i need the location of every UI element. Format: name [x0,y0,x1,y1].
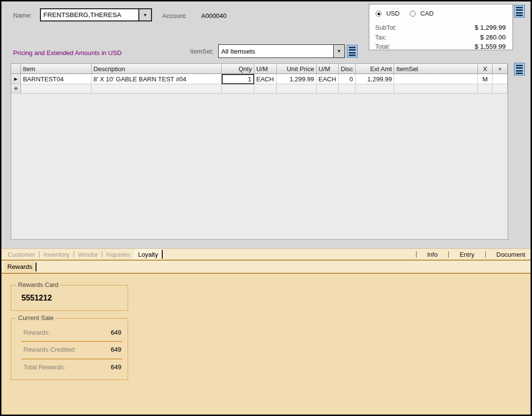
tab-divider [36,263,37,271]
currency-usd-label: USD [386,10,399,17]
radio-selected-icon[interactable] [376,11,381,17]
currency-cad-label: CAD [420,10,434,17]
tax-value: $ 260.00 [480,34,506,41]
current-sale-groupbox: Current Sale Rewards: 649 Rewards Credit… [11,318,128,380]
empty-cell[interactable] [92,84,222,94]
menu-lines-icon [516,7,523,16]
cell-item[interactable]: BARNTEST04 [21,74,92,84]
current-row-indicator[interactable]: ▶ [11,74,21,84]
empty-cell[interactable] [394,84,478,94]
rewards-credited-value: 649 [111,346,121,353]
cell-ext-amt[interactable]: 1,299.99 [356,74,395,84]
subtotal-value: $ 1,299.99 [475,24,506,31]
divider [21,359,122,359]
rewards-credited-label: Rewards Credited: [23,346,76,353]
rewards-card-legend: Rewards Card [16,281,60,288]
cell-itemset[interactable] [394,74,478,84]
rewards-credited-row: Rewards Credited: 649 [23,346,121,354]
col-header-disc[interactable]: Disc [339,63,356,74]
col-header-um1[interactable]: U/M [254,63,277,74]
right-tabs: Info Entry Document [416,249,532,260]
grid-new-row[interactable]: ✳ [11,84,508,94]
rewards-value: 649 [111,329,121,336]
current-sale-legend: Current Sale [16,314,56,321]
empty-cell[interactable] [339,84,356,94]
divider [21,341,122,342]
main-tabstrip: Customer Inventory Vendor Inquiries Loya… [0,248,532,260]
empty-cell[interactable] [478,84,493,94]
name-label: Name: [13,12,32,19]
itemset-menu-icon[interactable] [347,45,358,57]
cell-um2[interactable]: EACH [317,74,339,84]
tab-customer[interactable]: Customer [4,249,39,260]
subtotal-label: SubTot: [375,24,397,31]
grid-header-row: Item Description Qnty U/M Unit Price U/M… [11,63,508,74]
empty-cell[interactable] [493,84,508,94]
tab-entry[interactable]: Entry [449,251,485,258]
empty-cell[interactable] [21,84,92,94]
rewards-row: Rewards: 649 [23,329,121,337]
cell-description[interactable]: 8' X 10' GABLE BARN TEST #04 [92,74,222,84]
radio-unselected-icon[interactable] [410,11,416,17]
menu-lines-icon [516,65,523,74]
col-header-qnty[interactable]: Qnty [222,63,254,74]
tab-rewards[interactable]: Rewards [4,262,36,272]
header-row-selector[interactable] [11,63,21,74]
col-header-item[interactable]: Item [21,63,92,74]
total-row: Total: $ 1,559.99 [375,43,506,51]
chevron-down-icon[interactable]: ▼ [138,9,151,20]
menu-lines-icon [349,47,356,56]
sub-tabstrip: Rewards [0,261,532,273]
rewards-card-number: 5551212 [21,294,52,303]
currency-radio-cad[interactable]: CAD [410,10,434,17]
customer-name-combobox[interactable]: FRENTSBERG,THERESA ▼ [40,8,152,21]
cell-um1[interactable]: EACH [254,74,277,84]
tax-label: Tax: [375,34,387,41]
col-header-um2[interactable]: U/M [317,63,339,74]
pos-order-window: Name: FRENTSBERG,THERESA ▼ Account: A000… [0,0,532,416]
cell-qnty-input[interactable]: 1 [222,74,254,84]
cell-unit-price[interactable]: 1,299.99 [277,74,317,84]
tab-document[interactable]: Document [486,251,527,258]
totals-panel: USD CAD SubTot: $ 1,299.99 Tax: $ 260.00… [369,4,513,50]
tab-info[interactable]: Info [417,251,449,258]
totals-menu-icon[interactable] [514,5,525,18]
left-tabs: Customer Inventory Vendor Inquiries Loya… [0,249,163,260]
col-header-itemset[interactable]: ItemSet [394,63,478,74]
total-value: $ 1,559.99 [475,43,506,50]
total-rewards-value: 649 [111,363,121,371]
account-label: Account: [162,12,187,19]
empty-cell[interactable] [222,84,254,94]
itemset-combobox[interactable]: All Itemsets ▼ [218,44,345,58]
tab-inventory[interactable]: Inventory [39,249,73,260]
tab-loyalty[interactable]: Loyalty [134,249,162,260]
itemset-label: ItemSet: [190,48,213,55]
chevron-down-icon[interactable]: ▼ [333,45,344,57]
cell-plus[interactable] [493,74,508,84]
empty-cell[interactable] [356,84,395,94]
total-rewards-row: Total Rewards: 649 [23,363,121,371]
rewards-label: Rewards: [23,329,50,336]
total-label: Total: [375,43,390,50]
tab-divider [162,250,163,259]
itemset-value: All Itemsets [219,48,333,55]
tab-inquiries[interactable]: Inquiries [102,249,134,260]
customer-name-value: FRENTSBERG,THERESA [41,11,138,19]
empty-cell[interactable] [277,84,317,94]
empty-cell[interactable] [254,84,277,94]
col-header-plus[interactable]: + [493,63,508,74]
account-value: A000040 [201,12,227,19]
tab-vendor[interactable]: Vendor [74,249,102,260]
new-row-indicator: ✳ [11,84,21,94]
col-header-description[interactable]: Description [92,63,222,74]
cell-x[interactable]: M [478,74,493,84]
subtotal-row: SubTot: $ 1,299.99 [375,24,506,32]
col-header-unit-price[interactable]: Unit Price [277,63,317,74]
new-row-asterisk-icon: ✳ [13,85,18,92]
col-header-x[interactable]: X [478,63,493,74]
col-header-ext-amt[interactable]: Ext Amt [356,63,395,74]
cell-disc[interactable]: 0 [339,74,356,84]
empty-cell[interactable] [317,84,339,94]
grid-menu-icon[interactable] [514,63,525,76]
currency-radio-usd[interactable]: USD [376,10,399,17]
